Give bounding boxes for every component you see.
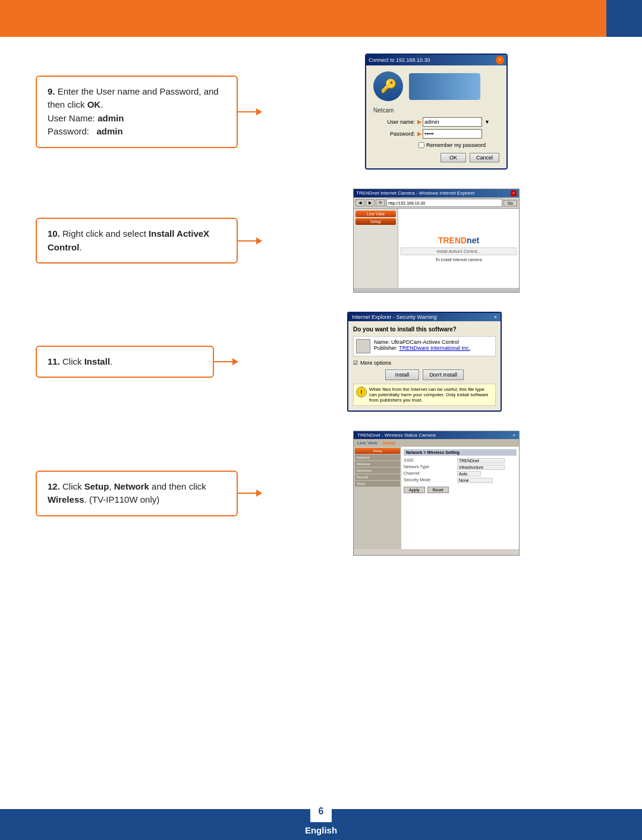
english-label: English (305, 825, 337, 835)
ss2-setup-btn[interactable]: Setup (355, 218, 396, 225)
ss3-warning-text: While files from the Internet can be use… (369, 387, 493, 403)
ss1-remember-label: Remember my password (426, 142, 486, 148)
ss4-security-row: Security Mode: None (404, 478, 517, 483)
ss4-live-link[interactable]: Live View (357, 440, 377, 446)
ss3-software-icon (356, 339, 370, 353)
step-11-instruction: 11. Click Install. (36, 346, 214, 378)
ss2-logo-net: net (467, 236, 479, 245)
ss4-body: Setup Network Wireless Detection Record … (354, 447, 519, 549)
step-9-instruction: 9. Enter the User name and Password, and… (36, 76, 238, 148)
ss1-netcam-label: Netcam (373, 107, 499, 114)
ss4-nav-tools[interactable]: Tools (355, 481, 400, 487)
ss2-main-area: TRENDnet Install ActiveX Control... To i… (398, 209, 519, 288)
step-10-arrow (238, 240, 262, 242)
ss2-address-bar[interactable]: http://192.168.10.30 (386, 199, 502, 207)
ss3-question: Do you want to install this software? (353, 326, 496, 333)
step-12-arrow (238, 493, 262, 494)
step-12-screenshot: TRENDnet - Wireless Status Camera × Live… (266, 431, 606, 556)
ss4-titlebar: TRENDnet - Wireless Status Camera × (354, 431, 519, 439)
ss4-channel-row: Channel: Auto (404, 471, 517, 477)
step-12-instruction: 12. Click Setup, Network and then click … (36, 471, 238, 516)
ss4-main: Network > Wireless Setting SSID: TRENDne… (401, 447, 519, 549)
ss4-nettype-label: Network Type: (404, 465, 457, 470)
ss2-context-menu-hint: Install ActiveX Control... (401, 247, 517, 255)
ss2-logo: TRENDnet (438, 236, 479, 245)
ss3-close[interactable]: × (494, 314, 497, 320)
ss3-publisher: Publisher: TRENDware International Inc. (374, 345, 470, 351)
ss4-nav-network[interactable]: Network (355, 455, 400, 460)
ss1-close-btn[interactable]: × (496, 56, 504, 64)
ss4-apply-btn[interactable]: Apply (404, 487, 425, 493)
ss2-refresh-btn[interactable]: ⟳ (376, 199, 385, 206)
step-10-screenshot: TRENDnet Internet Camera - Windows Inter… (266, 189, 606, 293)
ss2-body: Live View Setup TRENDnet Install ActiveX… (354, 209, 519, 288)
ss4-buttons: Apply Reset (404, 487, 517, 493)
arrow-username: ▶ (417, 119, 421, 125)
ss4-ssid-label: SSID: (404, 458, 457, 463)
ss3-dont-install-btn[interactable]: Don't Install (423, 369, 464, 380)
ss1-ok-button[interactable]: OK (440, 153, 466, 162)
ss4-channel-value: Auto (457, 471, 481, 477)
page-number: 6 (319, 806, 324, 817)
ss4-ssid-row: SSID: TRENDnet (404, 458, 517, 463)
ss4-title-text: TRENDnet - Wireless Status Camera (357, 432, 436, 438)
ss3-options-text: More options (360, 360, 391, 366)
ss1-dropdown-arrow[interactable]: ▼ (484, 119, 490, 125)
ss4-nav-setup[interactable]: Setup (355, 448, 400, 454)
ss3-checkbox-area: ☑ (353, 360, 358, 366)
step-12-text: 12. Click Setup, Network and then click … (48, 481, 206, 505)
ss3-options-row: ☑ More options (353, 360, 496, 366)
step-9-screenshot: Connect to 192.168.10.30 × 🔑 Netcam (266, 54, 606, 170)
ss4-nav-record[interactable]: Record (355, 474, 400, 480)
ss3-publisher-link[interactable]: TRENDware International Inc. (399, 345, 470, 351)
ss1-cancel-button[interactable]: Cancel (470, 153, 499, 162)
ss2-info-text: To install Internet camera (435, 258, 482, 262)
ss3-title-text: Internet Explorer - Security Warning (352, 314, 437, 320)
ss3-body: Do you want to install this software? Na… (348, 321, 501, 410)
step-11-text: 11. Click Install. (48, 356, 112, 366)
ss1-username-input[interactable] (423, 117, 482, 127)
ss2-toolbar: ◀ ▶ ⟳ http://192.168.10.30 Go (354, 198, 519, 209)
step-11-row: 11. Click Install. Internet Explorer - S… (36, 312, 606, 412)
arrow-password: ▶ (417, 131, 421, 137)
ss2-go-btn[interactable]: Go (503, 200, 517, 206)
top-banner (0, 0, 642, 37)
ss1-password-input[interactable] (423, 129, 482, 139)
ss1-titlebar: Connect to 192.168.10.30 × (366, 55, 506, 65)
ss2-title-text: TRENDnet Internet Camera - Windows Inter… (356, 190, 475, 196)
ss4-nettype-value: Infrastructure (457, 465, 505, 470)
ss3-warning-icon: ! (356, 387, 367, 397)
ss3-titlebar: Internet Explorer - Security Warning × (348, 313, 501, 321)
ss1-password-label: Password: (373, 131, 415, 137)
ss1-username-label: User name: (373, 119, 415, 125)
ss4-nav-wireless[interactable]: Wireless (355, 461, 400, 467)
ss2-close[interactable]: × (511, 190, 517, 196)
ss4-channel-label: Channel: (404, 471, 457, 477)
ss4-security-value: None (457, 478, 493, 483)
step-9-text: 9. Enter the User name and Password, and… (48, 86, 219, 137)
ss4-section-header: Network > Wireless Setting (404, 449, 517, 456)
ss4-toolbar: Live View Setup (354, 439, 519, 447)
ss1-remember-checkbox[interactable] (418, 142, 424, 148)
step-9-row: 9. Enter the User name and Password, and… (36, 54, 606, 170)
step-11-arrow (214, 361, 238, 362)
ss4-sidebar: Setup Network Wireless Detection Record … (354, 447, 401, 549)
step-12-row: 12. Click Setup, Network and then click … (36, 431, 606, 556)
ss2-back-btn[interactable]: ◀ (355, 199, 364, 206)
ss4-close[interactable]: × (512, 432, 515, 438)
ss4-nav-detection[interactable]: Detection (355, 468, 400, 474)
ss2-live-btn[interactable]: Live View (355, 211, 396, 217)
ss3-install-btn[interactable]: Install (385, 369, 420, 380)
step-10-row: 10. Right click and select Install Activ… (36, 189, 606, 293)
ss4-security-label: Security Mode: (404, 478, 457, 483)
step-11-screenshot: Internet Explorer - Security Warning × D… (243, 312, 606, 412)
ss2-forward-btn[interactable]: ▶ (366, 199, 374, 206)
top-banner-blue-accent (606, 0, 642, 37)
ss4-setup-link[interactable]: Setup (382, 440, 395, 446)
page-number-box: 6 (310, 801, 332, 822)
ss2-titlebar: TRENDnet Internet Camera - Windows Inter… (354, 189, 519, 198)
ss3-name: Name: UltraPDCam-Activex Control (374, 339, 470, 345)
ss4-reset-btn[interactable]: Reset (427, 487, 449, 493)
ss1-banner (409, 73, 480, 100)
ss4-ssid-value: TRENDnet (457, 458, 505, 463)
